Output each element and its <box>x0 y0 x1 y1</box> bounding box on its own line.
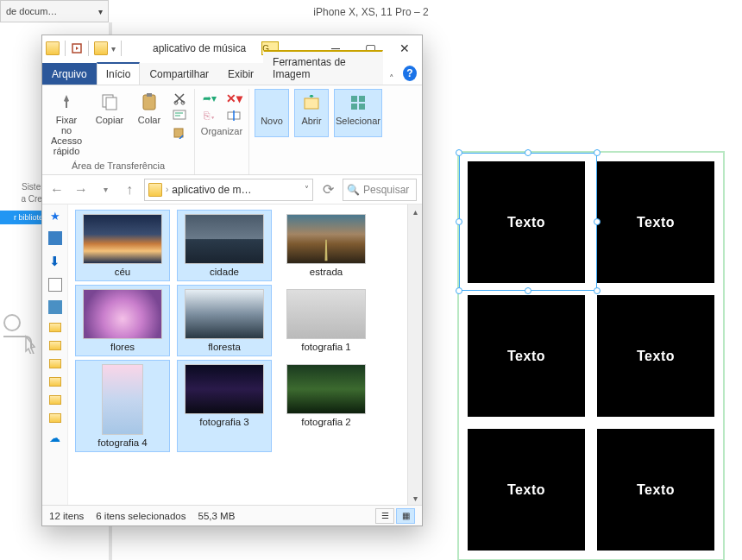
file-item[interactable]: fotografia 3 <box>177 360 272 452</box>
svg-rect-16 <box>359 96 365 102</box>
onedrive-icon[interactable]: ☁ <box>49 431 60 444</box>
file-item[interactable]: estrada <box>279 210 374 281</box>
nav-recent-button[interactable]: ▾ <box>96 180 115 199</box>
status-size: 55,3 MB <box>198 511 236 521</box>
documents-icon[interactable] <box>48 278 62 292</box>
copy-to-button[interactable]: ⎘▾ <box>200 108 219 123</box>
nav-back-button[interactable]: ← <box>47 180 66 199</box>
file-item[interactable]: céu <box>75 210 170 281</box>
downloads-icon[interactable]: ⬇ <box>49 254 60 269</box>
thumbnail-image <box>286 364 366 414</box>
selection-handle[interactable] <box>594 287 601 294</box>
move-to-button[interactable]: ➦▾ <box>200 91 219 106</box>
art-tile-4[interactable]: Texto <box>597 295 714 417</box>
selection-handle[interactable] <box>456 287 462 294</box>
artboard[interactable]: Texto Texto Texto Texto Texto <box>457 151 725 560</box>
scroll-down-icon[interactable]: ▾ <box>408 491 422 505</box>
nav-forward-button[interactable]: → <box>72 180 91 199</box>
thumbnail-image <box>185 289 264 339</box>
svg-rect-8 <box>173 110 186 119</box>
view-details-button[interactable]: ☰ <box>375 508 394 524</box>
file-item[interactable]: cidade <box>177 210 272 281</box>
selection-handle[interactable] <box>525 287 531 294</box>
copy-button[interactable]: Copiar <box>91 89 129 137</box>
art-tile-5[interactable]: Texto <box>468 429 585 551</box>
folder-icon[interactable] <box>49 413 61 423</box>
address-bar[interactable]: › aplicativo de m… ˅ <box>144 179 313 201</box>
folder-icon[interactable] <box>49 377 61 387</box>
selection-handle[interactable] <box>594 149 601 156</box>
folder-icon[interactable] <box>49 341 61 350</box>
art-tile-1[interactable]: Texto <box>468 161 585 283</box>
selection-handle[interactable] <box>594 218 601 225</box>
new-button[interactable]: Novo <box>255 89 289 137</box>
status-item-count: 12 itens <box>49 511 84 521</box>
desktop-icon[interactable] <box>48 231 62 245</box>
tab-exibir[interactable]: Exibir <box>218 63 263 85</box>
rename-button[interactable] <box>224 108 243 123</box>
ribbon: Fixar no Acesso rápido Copiar Colar Área… <box>42 85 422 175</box>
search-input[interactable]: 🔍 Pesquisar <box>343 179 417 201</box>
cut-button[interactable] <box>170 91 189 106</box>
items-view[interactable]: céucidadeestradafloresflorestafotografia… <box>68 204 407 505</box>
view-thumbnails-button[interactable]: ▦ <box>396 508 415 524</box>
file-item[interactable]: fotografia 1 <box>279 285 374 356</box>
svg-point-0 <box>4 315 20 330</box>
close-button[interactable]: ✕ <box>387 35 422 61</box>
pictures-icon[interactable] <box>48 300 62 314</box>
art-tile-2[interactable]: Texto <box>597 161 714 283</box>
navigation-pane[interactable]: ★ ⬇ ☁ <box>42 204 68 505</box>
selection-handle[interactable] <box>525 149 531 156</box>
refresh-button[interactable]: ⟳ <box>318 180 337 199</box>
folder-icon[interactable] <box>49 359 61 368</box>
tab-ferramentas-imagem[interactable]: Ferramentas de Imagem <box>263 50 383 85</box>
tab-compartilhar[interactable]: Compartilhar <box>140 63 218 85</box>
design-canvas[interactable]: Texto Texto Texto Texto Texto <box>427 26 738 556</box>
file-item[interactable]: fotografia 2 <box>279 360 374 452</box>
separator <box>65 41 66 56</box>
nav-up-button[interactable]: ↑ <box>120 180 139 199</box>
file-item[interactable]: floresta <box>177 285 272 356</box>
tab-arquivo[interactable]: Arquivo <box>42 63 97 85</box>
copy-path-button[interactable] <box>170 108 189 123</box>
copy-icon <box>98 91 121 113</box>
collapse-ribbon-button[interactable]: ˄ <box>383 73 401 85</box>
ribbon-group-label: Organizar <box>200 123 243 140</box>
ribbon-label: Colar <box>138 115 160 125</box>
quick-access-icon[interactable]: ★ <box>50 210 60 223</box>
search-placeholder: Pesquisar <box>363 184 409 196</box>
paste-shortcut-button[interactable] <box>170 125 189 141</box>
folder-icon[interactable] <box>49 395 61 405</box>
chevron-right-icon: › <box>166 185 168 194</box>
separator <box>88 41 89 56</box>
vertical-scrollbar[interactable]: ▴ ▾ <box>407 204 422 505</box>
tab-inicio[interactable]: Início <box>97 62 141 85</box>
folder-icon[interactable] <box>49 323 61 332</box>
move-icon: ➦▾ <box>203 92 217 104</box>
search-icon: 🔍 <box>347 184 360 196</box>
file-item[interactable]: flores <box>75 285 170 356</box>
paste-button[interactable]: Colar <box>134 89 165 137</box>
breadcrumb[interactable]: aplicativo de m… <box>172 184 251 196</box>
thumbnail-image <box>83 289 162 339</box>
svg-rect-5 <box>147 93 152 97</box>
art-tile-6[interactable]: Texto <box>597 429 714 551</box>
select-button[interactable]: Selecionar <box>334 89 382 137</box>
copy-to-icon: ⎘▾ <box>204 110 216 122</box>
file-item[interactable]: fotografia 4 <box>75 360 170 452</box>
ribbon-label: Novo <box>261 116 283 126</box>
selection-handle[interactable] <box>456 218 462 225</box>
art-tile-3[interactable]: Texto <box>468 295 585 417</box>
open-button[interactable]: Abrir <box>294 89 329 137</box>
chevron-down-icon[interactable]: ▾ <box>111 44 116 53</box>
ribbon-label: Copiar <box>96 115 123 125</box>
properties-icon[interactable] <box>71 42 83 54</box>
scroll-up-icon[interactable]: ▴ <box>408 204 422 218</box>
chevron-down-icon[interactable]: ˅ <box>305 185 309 194</box>
selection-handle[interactable] <box>456 149 462 156</box>
selection-frame[interactable] <box>459 153 597 291</box>
help-icon[interactable]: ? <box>403 66 417 81</box>
pin-quick-access-button[interactable]: Fixar no Acesso rápido <box>47 89 85 158</box>
delete-button[interactable]: ✕▾ <box>224 91 243 106</box>
file-name-label: floresta <box>208 342 241 352</box>
